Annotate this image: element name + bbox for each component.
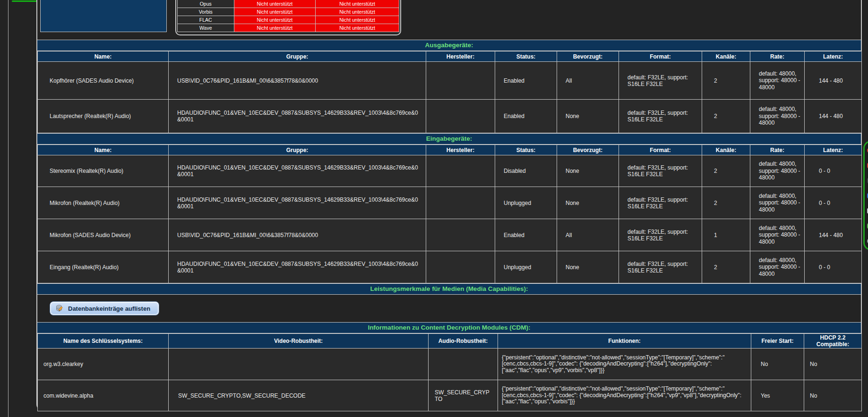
- table-cell: HDAUDIO\FUNC_01&VEN_10EC&DEV_0887&SUBSYS…: [169, 155, 426, 187]
- table-cell: Mikrofon (Realtek(R) Audio): [38, 187, 169, 219]
- list-database-entries-label: Datenbankeinträge auflisten: [68, 305, 150, 312]
- media-info-container: OpusNicht unterstütztNicht unterstütztVo…: [36, 0, 862, 411]
- table-cell: No: [751, 349, 804, 380]
- table-cell: HDAUDIO\FUNC_01&VEN_10EC&DEV_0887&SUBSYS…: [169, 251, 426, 283]
- table-header-row: Name:Gruppe:Hersteller:Status:Bevorzugt:…: [38, 51, 862, 62]
- table-cell: [426, 62, 495, 100]
- table-cell: Vorbis: [178, 8, 234, 16]
- table-cell: default: 48000, support: 48000 - 48000: [750, 155, 805, 187]
- table-cell: Kopfhörer (SADES Audio Device): [38, 62, 169, 100]
- section-title-cdm-info: Informationen zu Content Decryption Modu…: [37, 322, 861, 333]
- column-header: Bevorzugt:: [557, 145, 619, 155]
- table-cell: [426, 219, 495, 251]
- column-header: Latenz:: [805, 51, 862, 62]
- table-cell: Unplugged: [495, 251, 557, 283]
- table-row: org.w3.clearkey{"persistent":"optional",…: [38, 349, 862, 380]
- table-cell: 2: [702, 62, 750, 100]
- table-cell: [429, 349, 498, 380]
- table-cell: Enabled: [495, 219, 557, 251]
- table-cell: Lautsprecher (Realtek(R) Audio): [38, 100, 169, 133]
- column-header: Name:: [38, 51, 169, 62]
- table-row: WaveNicht unterstütztNicht unterstützt: [178, 24, 399, 32]
- table-cell: No: [804, 380, 862, 411]
- table-row: VorbisNicht unterstütztNicht unterstützt: [178, 8, 399, 16]
- media-capabilities-button-row: Datenbankeinträge auflisten: [37, 295, 861, 322]
- table-cell: default: F32LE, support: S16LE F32LE: [619, 187, 702, 219]
- column-header: Format:: [619, 145, 702, 155]
- column-header: Bevorzugt:: [557, 51, 619, 62]
- input-devices-table: Name:Gruppe:Hersteller:Status:Bevorzugt:…: [37, 145, 862, 283]
- table-cell: All: [557, 62, 619, 100]
- table-cell: Nicht unterstützt: [316, 16, 399, 24]
- table-cell: [426, 155, 495, 187]
- table-cell: Mikrofon (SADES Audio Device): [38, 219, 169, 251]
- table-cell: Unplugged: [495, 187, 557, 219]
- column-header: Gruppe:: [169, 51, 426, 62]
- column-header: Rate:: [750, 51, 805, 62]
- table-row: Lautsprecher (Realtek(R) Audio)HDAUDIO\F…: [38, 100, 862, 133]
- column-header: Name des Schlüsselsystems:: [38, 334, 169, 349]
- table-cell: default: F32LE, support: S16LE F32LE: [619, 251, 702, 283]
- table-cell: 1: [702, 219, 750, 251]
- table-cell: FLAC: [178, 16, 234, 24]
- table-row: OpusNicht unterstütztNicht unterstützt: [178, 0, 399, 8]
- table-cell: Nicht unterstützt: [316, 24, 399, 32]
- database-edit-icon: [56, 305, 64, 312]
- table-cell: 2: [702, 155, 750, 187]
- table-cell: default: 48000, support: 48000 - 48000: [750, 187, 805, 219]
- column-header: Hersteller:: [426, 51, 495, 62]
- column-header: Audio-Robustheit:: [429, 334, 498, 349]
- table-cell: Nicht unterstützt: [234, 16, 316, 24]
- cutoff-top-area: OpusNicht unterstütztNicht unterstütztVo…: [37, 0, 861, 40]
- table-cell: Opus: [178, 0, 234, 8]
- table-row: Kopfhörer (SADES Audio Device)USB\VID_0C…: [38, 62, 862, 100]
- column-header: Status:: [495, 51, 557, 62]
- table-cell: SW_SECURE_CRYPTO,SW_SECURE_DECODE: [169, 380, 429, 411]
- table-cell: USB\VID_0C76&PID_161B&MI_00\6&3857f78&0&…: [169, 219, 426, 251]
- table-cell: org.w3.clearkey: [38, 349, 169, 380]
- table-cell: Enabled: [495, 62, 557, 100]
- table-cell: 144 - 480: [805, 100, 862, 133]
- column-header: Hersteller:: [426, 145, 495, 155]
- list-database-entries-button[interactable]: Datenbankeinträge auflisten: [50, 301, 159, 315]
- table-cell: default: F32LE, support: S16LE F32LE: [619, 155, 702, 187]
- column-header: Name:: [38, 145, 169, 155]
- table-cell: Yes: [751, 380, 804, 411]
- table-cell: USB\VID_0C76&PID_161B&MI_00\6&3857f78&0&…: [169, 62, 426, 100]
- cdm-table: Name des Schlüsselsystems:Video-Robusthe…: [37, 333, 862, 411]
- table-cell: [169, 349, 429, 380]
- column-header: Format:: [619, 51, 702, 62]
- table-row: Mikrofon (SADES Audio Device)USB\VID_0C7…: [38, 219, 862, 251]
- table-cell: Nicht unterstützt: [234, 0, 316, 8]
- table-cell: default: F32LE, support: S16LE F32LE: [619, 100, 702, 133]
- table-cell: Eingang (Realtek(R) Audio): [38, 251, 169, 283]
- table-cell: Wave: [178, 24, 234, 32]
- column-header: Latenz:: [805, 145, 862, 155]
- table-cell: [426, 251, 495, 283]
- table-cell: 144 - 480: [805, 219, 862, 251]
- column-header: Kanäle:: [702, 51, 750, 62]
- table-cell: 144 - 480: [805, 62, 862, 100]
- table-cell: {"persistent":"optional","distinctive":"…: [498, 349, 751, 380]
- table-cell: Stereomix (Realtek(R) Audio): [38, 155, 169, 187]
- column-header: Video-Robustheit:: [169, 334, 429, 349]
- section-title-output-devices: Ausgabegeräte:: [37, 40, 861, 51]
- table-row: FLACNicht unterstütztNicht unterstützt: [178, 16, 399, 24]
- section-title-input-devices: Eingabegeräte:: [37, 133, 861, 145]
- table-cell: 0 - 0: [805, 187, 862, 219]
- table-cell: 0 - 0: [805, 155, 862, 187]
- column-header: Kanäle:: [702, 145, 750, 155]
- column-header: Freier Start:: [751, 334, 804, 349]
- table-cell: default: 48000, support: 48000 - 48000: [750, 100, 805, 133]
- table-cell: None: [557, 251, 619, 283]
- table-cell: Nicht unterstützt: [234, 8, 316, 16]
- column-header: Gruppe:: [169, 145, 426, 155]
- table-header-row: Name des Schlüsselsystems:Video-Robusthe…: [38, 334, 862, 349]
- column-header: Funktionen:: [498, 334, 751, 349]
- table-cell: default: 48000, support: 48000 - 48000: [750, 62, 805, 100]
- partial-section-header-cell: [40, 0, 167, 32]
- table-cell: Enabled: [495, 100, 557, 133]
- table-cell: 2: [702, 187, 750, 219]
- table-cell: default: F32LE, support: S16LE F32LE: [619, 62, 702, 100]
- table-cell: None: [557, 100, 619, 133]
